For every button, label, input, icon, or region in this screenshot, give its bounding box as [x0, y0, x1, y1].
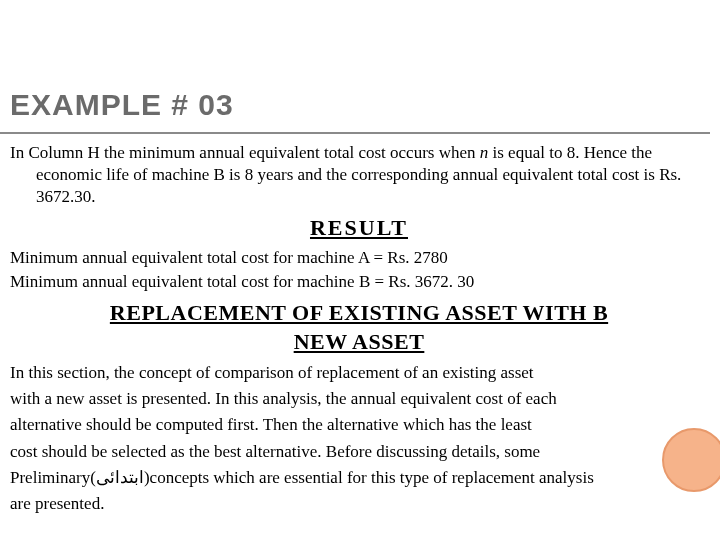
result-line-b: Minimum annual equivalent total cost for… [10, 271, 708, 293]
section-line-5-pre: Preliminary( [10, 468, 96, 487]
page-title: EXAMPLE # 03 [0, 0, 710, 134]
result-heading: RESULT [10, 214, 708, 243]
replacement-heading-line2: NEW ASSET [294, 329, 425, 354]
replacement-heading: REPLACEMENT OF EXISTING ASSET WITH B NEW… [10, 299, 708, 356]
intro-text-pre: In Column H the minimum annual equivalen… [10, 143, 480, 162]
variable-n: n [480, 143, 489, 162]
preliminary-arabic: ابتدائی [96, 468, 144, 487]
section-line-2: with a new asset is presented. In this a… [10, 388, 708, 410]
section-paragraph: In this section, the concept of comparis… [10, 362, 708, 515]
section-line-3: alternative should be computed first. Th… [10, 414, 708, 436]
section-line-5: Preliminary(ابتدائی)concepts which are e… [10, 467, 708, 489]
section-line-1: In this section, the concept of comparis… [10, 362, 708, 384]
replacement-heading-line1: REPLACEMENT OF EXISTING ASSET WITH B [110, 300, 608, 325]
section-line-6: are presented. [10, 493, 708, 515]
intro-paragraph: In Column H the minimum annual equivalen… [10, 142, 708, 208]
section-line-4: cost should be selected as the best alte… [10, 441, 708, 463]
result-line-a: Minimum annual equivalent total cost for… [10, 247, 708, 269]
section-line-5-post: )concepts which are essential for this t… [144, 468, 594, 487]
